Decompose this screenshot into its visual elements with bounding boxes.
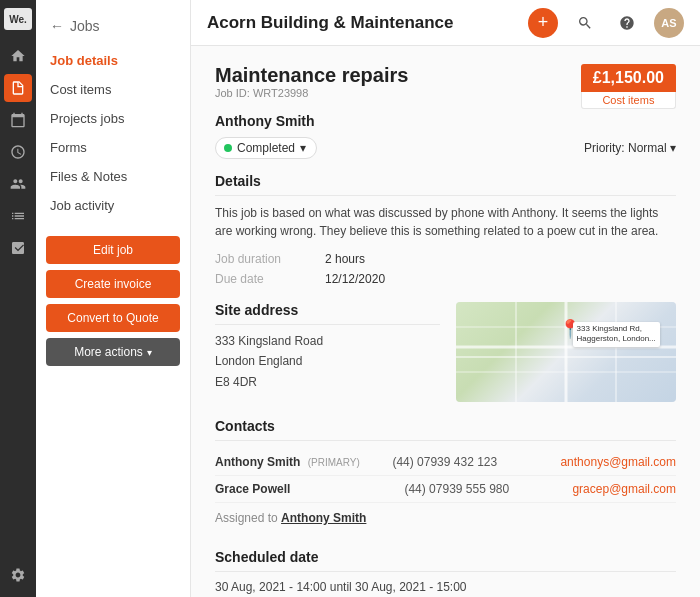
scheduled-dates: 30 Aug, 2021 - 14:00 until 30 Aug, 2021 …	[215, 580, 676, 594]
sidebar-back-label: Jobs	[70, 18, 100, 34]
job-id-value: WRT23998	[253, 87, 308, 99]
job-duration-label: Job duration	[215, 252, 325, 266]
due-date-row: Due date 12/12/2020	[215, 272, 676, 286]
contact-name-1: Grace Powell	[215, 482, 396, 496]
address-line2: London England	[215, 351, 440, 371]
sidebar-item-job-activity[interactable]: Job activity	[36, 191, 190, 220]
address-line3: E8 4DR	[215, 372, 440, 392]
scheduled-title: Scheduled date	[215, 549, 676, 572]
job-duration-value: 2 hours	[325, 252, 365, 266]
contact-phone-0: (44) 07939 432 123	[392, 455, 552, 469]
address-lines: 333 Kingsland Road London England E8 4DR	[215, 331, 440, 392]
sidebar-item-job-details[interactable]: Job details	[36, 46, 190, 75]
create-invoice-button[interactable]: Create invoice	[46, 270, 180, 298]
job-title: Maintenance repairs	[215, 64, 408, 87]
rail-icon-list[interactable]	[4, 202, 32, 230]
sidebar-buttons: Edit job Create invoice Convert to Quote…	[36, 236, 190, 366]
map-inner: 📍 333 Kingsland Rd, Haggerston, London..…	[456, 302, 676, 402]
more-actions-label: More actions	[74, 345, 143, 359]
contact-row-1: Grace Powell (44) 07939 555 980 gracep@g…	[215, 476, 676, 503]
status-chevron-icon: ▾	[300, 141, 306, 155]
job-header: Maintenance repairs Job ID: WRT23998 £1,…	[215, 64, 676, 109]
rail-icon-people[interactable]	[4, 170, 32, 198]
priority-chevron-icon[interactable]: ▾	[670, 141, 676, 155]
site-address-title: Site address	[215, 302, 440, 325]
priority-label: Priority: Normal ▾	[584, 141, 676, 155]
contacts-section: Contacts Anthony Smith (PRIMARY) (44) 07…	[215, 418, 676, 533]
more-actions-button[interactable]: More actions ▾	[46, 338, 180, 366]
status-label: Completed	[237, 141, 295, 155]
cost-items-link[interactable]: Cost items	[581, 92, 676, 109]
contact-email-0[interactable]: anthonys@gmail.com	[560, 455, 676, 469]
map-label-line1: 333 Kingsland Rd,	[577, 324, 642, 333]
user-avatar[interactable]: AS	[654, 8, 684, 38]
status-row: Completed ▾ Priority: Normal ▾	[215, 137, 676, 159]
address-line1: 333 Kingsland Road	[215, 331, 440, 351]
job-title-area: Maintenance repairs Job ID: WRT23998	[215, 64, 408, 107]
priority-label-text: Priority:	[584, 141, 625, 155]
assigned-to-link[interactable]: Anthony Smith	[281, 511, 366, 525]
sidebar-item-files-notes[interactable]: Files & Notes	[36, 162, 190, 191]
rail-icon-clock[interactable]	[4, 138, 32, 166]
add-button[interactable]: +	[528, 8, 558, 38]
icon-rail: We.	[0, 0, 36, 597]
map-label: 333 Kingsland Rd, Haggerston, London...	[573, 322, 660, 347]
price-box: £1,150.00 Cost items	[581, 64, 676, 109]
job-id-label: Job ID:	[215, 87, 250, 99]
back-arrow-icon: ←	[50, 18, 64, 34]
main-wrapper: Acorn Building & Maintenance + AS Mainte…	[191, 0, 700, 597]
app-title: Acorn Building & Maintenance	[207, 13, 516, 33]
sidebar-item-projects-jobs[interactable]: Projects jobs	[36, 104, 190, 133]
we-logo: We.	[4, 8, 32, 30]
edit-job-button[interactable]: Edit job	[46, 236, 180, 264]
status-badge[interactable]: Completed ▾	[215, 137, 317, 159]
priority-value: Normal	[628, 141, 667, 155]
convert-to-quote-button[interactable]: Convert to Quote	[46, 304, 180, 332]
site-address-block: Site address 333 Kingsland Road London E…	[215, 302, 676, 402]
sidebar-back[interactable]: ← Jobs	[36, 12, 190, 46]
contact-row-0: Anthony Smith (PRIMARY) (44) 07939 432 1…	[215, 449, 676, 476]
contact-phone-1: (44) 07939 555 980	[404, 482, 564, 496]
contact-badge-0: (PRIMARY)	[308, 457, 360, 468]
help-button[interactable]	[612, 8, 642, 38]
job-duration-row: Job duration 2 hours	[215, 252, 676, 266]
address-text: Site address 333 Kingsland Road London E…	[215, 302, 440, 402]
content-area: Maintenance repairs Job ID: WRT23998 £1,…	[191, 46, 700, 597]
assigned-row: Assigned to Anthony Smith	[215, 503, 676, 533]
chevron-down-icon: ▾	[147, 347, 152, 358]
job-customer: Anthony Smith	[215, 113, 676, 129]
details-section-title: Details	[215, 173, 676, 196]
sidebar: ← Jobs Job details Cost items Projects j…	[36, 0, 191, 597]
due-date-label: Due date	[215, 272, 325, 286]
sidebar-item-cost-items[interactable]: Cost items	[36, 75, 190, 104]
map-placeholder[interactable]: 📍 333 Kingsland Rd, Haggerston, London..…	[456, 302, 676, 402]
details-description: This job is based on what was discussed …	[215, 204, 676, 240]
contact-name-0: Anthony Smith (PRIMARY)	[215, 455, 384, 469]
details-section: Details This job is based on what was di…	[215, 173, 676, 286]
contact-email-1[interactable]: gracep@gmail.com	[572, 482, 676, 496]
map-label-line2: Haggerston, London...	[577, 334, 656, 343]
scheduled-section: Scheduled date 30 Aug, 2021 - 14:00 unti…	[215, 549, 676, 594]
search-button[interactable]	[570, 8, 600, 38]
rail-icon-settings[interactable]	[4, 561, 32, 589]
sidebar-item-forms[interactable]: Forms	[36, 133, 190, 162]
status-dot	[224, 144, 232, 152]
rail-icon-home[interactable]	[4, 42, 32, 70]
rail-icon-calendar[interactable]	[4, 106, 32, 134]
job-id: Job ID: WRT23998	[215, 87, 408, 99]
top-header: Acorn Building & Maintenance + AS	[191, 0, 700, 46]
price-amount: £1,150.00	[581, 64, 676, 92]
assigned-label: Assigned to	[215, 511, 278, 525]
rail-icon-jobs[interactable]	[4, 74, 32, 102]
due-date-value: 12/12/2020	[325, 272, 385, 286]
rail-icon-chart[interactable]	[4, 234, 32, 262]
contacts-section-title: Contacts	[215, 418, 676, 441]
